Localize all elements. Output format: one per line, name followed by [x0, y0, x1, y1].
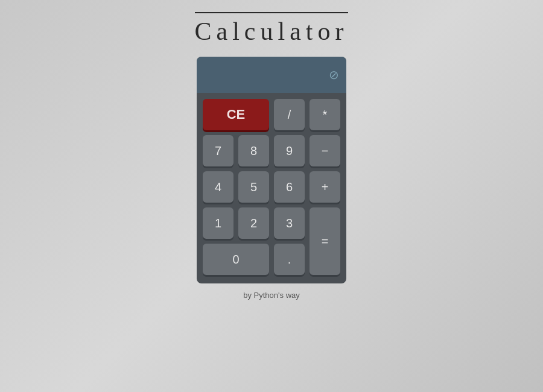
one-button[interactable]: 1 — [203, 207, 233, 239]
three-button[interactable]: 3 — [274, 207, 305, 239]
five-button[interactable]: 5 — [238, 171, 269, 203]
ce-button[interactable]: CE — [203, 99, 269, 130]
two-button[interactable]: 2 — [238, 207, 269, 239]
buttons-grid: CE / * 7 8 9 − 4 5 6 + 1 2 3 = 0 . — [197, 93, 346, 283]
zero-button[interactable]: 0 — [203, 244, 269, 275]
attribution: by Python's way — [243, 291, 300, 300]
plus-button[interactable]: + — [310, 171, 340, 203]
multiply-button[interactable]: * — [310, 99, 340, 130]
display-area: ⊘ — [197, 57, 346, 93]
calculator: ⊘ CE / * 7 8 9 − 4 5 6 + 1 2 3 = 0 . — [197, 57, 346, 283]
six-button[interactable]: 6 — [274, 171, 305, 203]
divide-button[interactable]: / — [274, 99, 305, 130]
equals-button[interactable]: = — [310, 207, 340, 275]
seven-button[interactable]: 7 — [203, 135, 233, 166]
minus-button[interactable]: − — [310, 135, 340, 166]
eight-button[interactable]: 8 — [238, 135, 269, 166]
calculator-wrapper: ⊘ CE / * 7 8 9 − 4 5 6 + 1 2 3 = 0 . — [197, 57, 346, 300]
page-title: Calculator — [195, 12, 349, 46]
title-container: Calculator — [195, 12, 349, 46]
display-icon: ⊘ — [329, 68, 339, 82]
four-button[interactable]: 4 — [203, 171, 233, 203]
dot-button[interactable]: . — [274, 244, 305, 275]
nine-button[interactable]: 9 — [274, 135, 305, 166]
